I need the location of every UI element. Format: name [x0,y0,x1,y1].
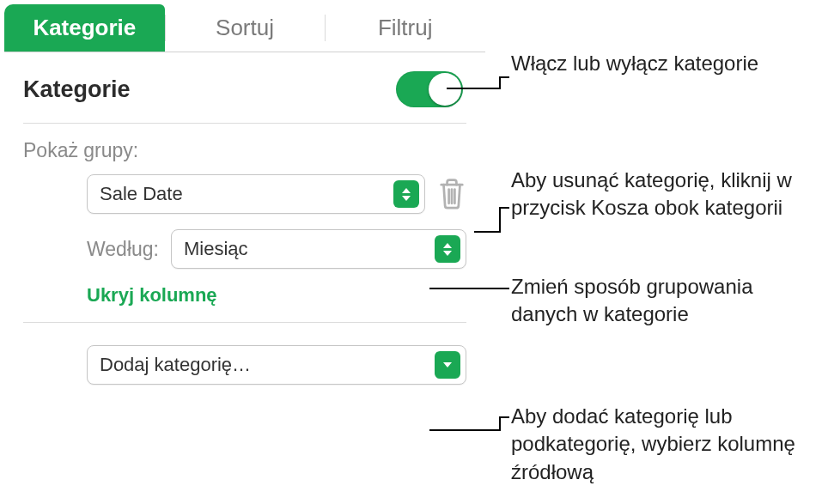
callout-toggle: Włącz lub wyłącz kategorie [511,50,820,77]
select-value: Sale Date [100,183,183,205]
add-category-select[interactable]: Dodaj kategorię… [87,345,466,385]
tab-filter[interactable]: Filtruj [325,4,485,52]
select-value: Dodaj kategorię… [100,354,251,376]
show-groups-label: Pokaż grupy: [23,139,466,162]
source-row: Sale Date [23,174,466,214]
categories-toggle[interactable] [396,71,463,107]
trash-icon[interactable] [437,178,466,210]
toggle-knob [429,73,461,106]
by-label: Według: [87,238,159,261]
section-title: Kategorie [23,76,131,103]
tab-bar: Kategorie Sortuj Filtruj [4,4,485,52]
chevron-down-icon [435,351,460,379]
inspector-panel: Kategorie Sortuj Filtruj Kategorie Pokaż… [4,4,485,494]
tab-categories[interactable]: Kategorie [4,4,165,52]
tab-label: Filtruj [378,15,433,41]
hide-column-row: Ukryj kolumnę [23,284,466,307]
groups-section: Pokaż grupy: Sale Date [4,124,485,307]
callout-trash: Aby usunąć kategorię, kliknij w przycisk… [511,167,820,222]
hide-column-link[interactable]: Ukryj kolumnę [87,284,217,307]
chevron-updown-icon [393,180,419,208]
add-row: Dodaj kategorię… [23,345,466,385]
header-row: Kategorie [4,52,485,123]
tab-label: Kategorie [33,15,136,41]
callout-add: Aby dodać kategorię lub podkategorię, wy… [511,403,820,486]
source-column-select[interactable]: Sale Date [87,174,425,214]
callout-group-by: Zmień sposób grupowania danych w kategor… [511,273,820,329]
tab-sort[interactable]: Sortuj [165,4,326,52]
group-by-select[interactable]: Miesiąc [171,229,466,269]
select-value: Miesiąc [184,238,248,260]
add-section: Dodaj kategorię… [4,323,485,385]
tab-label: Sortuj [216,15,274,41]
by-row: Według: Miesiąc [23,229,466,269]
chevron-updown-icon [435,235,460,263]
